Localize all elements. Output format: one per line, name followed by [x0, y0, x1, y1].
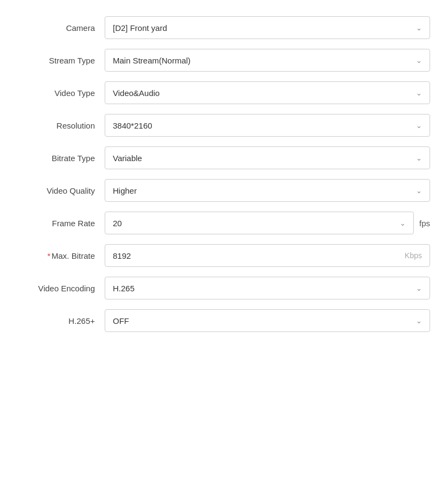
chevron-down-icon: ⌄ — [416, 284, 422, 292]
max-bitrate-input[interactable] — [113, 251, 400, 260]
chevron-down-icon: ⌄ — [416, 154, 422, 162]
video-encoding-select[interactable]: H.265 ⌄ — [105, 277, 430, 299]
stream-type-row: Stream Type Main Stream(Normal) ⌄ — [18, 49, 430, 72]
resolution-control-wrapper: 3840*2160 ⌄ — [105, 114, 430, 137]
max-bitrate-suffix: Kbps — [405, 251, 422, 260]
stream-type-value: Main Stream(Normal) — [113, 56, 190, 65]
frame-rate-select[interactable]: 20 ⌄ — [105, 212, 414, 234]
video-encoding-control-wrapper: H.265 ⌄ — [105, 277, 430, 299]
video-quality-control-wrapper: Higher ⌄ — [105, 179, 430, 202]
video-quality-value: Higher — [113, 186, 137, 195]
video-quality-label: Video Quality — [18, 186, 105, 195]
h265plus-value: OFF — [113, 316, 129, 326]
frame-rate-label: Frame Rate — [18, 219, 105, 228]
resolution-row: Resolution 3840*2160 ⌄ — [18, 114, 430, 137]
stream-type-label: Stream Type — [18, 56, 105, 65]
camera-control-wrapper: [D2] Front yard ⌄ — [105, 16, 430, 39]
h265plus-select[interactable]: OFF ⌄ — [105, 309, 430, 332]
video-quality-row: Video Quality Higher ⌄ — [18, 179, 430, 202]
stream-type-control-wrapper: Main Stream(Normal) ⌄ — [105, 49, 430, 72]
bitrate-type-row: Bitrate Type Variable ⌄ — [18, 146, 430, 169]
frame-rate-control-wrapper: 20 ⌄ fps — [105, 212, 430, 234]
video-encoding-row: Video Encoding H.265 ⌄ — [18, 277, 430, 299]
video-type-value: Video&Audio — [113, 88, 159, 98]
bitrate-type-control-wrapper: Variable ⌄ — [105, 146, 430, 169]
video-type-select[interactable]: Video&Audio ⌄ — [105, 81, 430, 104]
resolution-value: 3840*2160 — [113, 121, 152, 130]
video-type-label: Video Type — [18, 88, 105, 98]
chevron-down-icon: ⌄ — [416, 56, 422, 65]
video-quality-select[interactable]: Higher ⌄ — [105, 179, 430, 202]
max-bitrate-control-wrapper: Kbps — [105, 244, 430, 267]
bitrate-type-value: Variable — [113, 154, 142, 163]
video-encoding-value: H.265 — [113, 284, 135, 293]
chevron-down-icon: ⌄ — [416, 317, 422, 325]
required-star: * — [47, 251, 50, 260]
chevron-down-icon: ⌄ — [416, 122, 422, 130]
frame-rate-unit: fps — [419, 219, 430, 228]
chevron-down-icon: ⌄ — [400, 219, 406, 227]
frame-rate-row: Frame Rate 20 ⌄ fps — [18, 212, 430, 234]
camera-row: Camera [D2] Front yard ⌄ — [18, 16, 430, 39]
video-type-row: Video Type Video&Audio ⌄ — [18, 81, 430, 104]
camera-value: [D2] Front yard — [113, 23, 167, 33]
resolution-label: Resolution — [18, 121, 105, 130]
bitrate-type-select[interactable]: Variable ⌄ — [105, 146, 430, 169]
h265plus-label: H.265+ — [18, 316, 105, 326]
chevron-down-icon: ⌄ — [416, 187, 422, 195]
resolution-select[interactable]: 3840*2160 ⌄ — [105, 114, 430, 137]
camera-select[interactable]: [D2] Front yard ⌄ — [105, 16, 430, 39]
h265plus-row: H.265+ OFF ⌄ — [18, 309, 430, 332]
video-type-control-wrapper: Video&Audio ⌄ — [105, 81, 430, 104]
max-bitrate-row: *Max. Bitrate Kbps — [18, 244, 430, 267]
settings-form: Camera [D2] Front yard ⌄ Stream Type Mai… — [18, 16, 430, 342]
bitrate-type-label: Bitrate Type — [18, 154, 105, 163]
h265plus-control-wrapper: OFF ⌄ — [105, 309, 430, 332]
max-bitrate-label: *Max. Bitrate — [18, 251, 105, 260]
max-bitrate-input-box: Kbps — [105, 244, 430, 267]
video-encoding-label: Video Encoding — [18, 284, 105, 293]
chevron-down-icon: ⌄ — [416, 24, 422, 32]
frame-rate-value: 20 — [113, 219, 122, 228]
stream-type-select[interactable]: Main Stream(Normal) ⌄ — [105, 49, 430, 72]
camera-label: Camera — [18, 23, 105, 33]
chevron-down-icon: ⌄ — [416, 89, 422, 97]
